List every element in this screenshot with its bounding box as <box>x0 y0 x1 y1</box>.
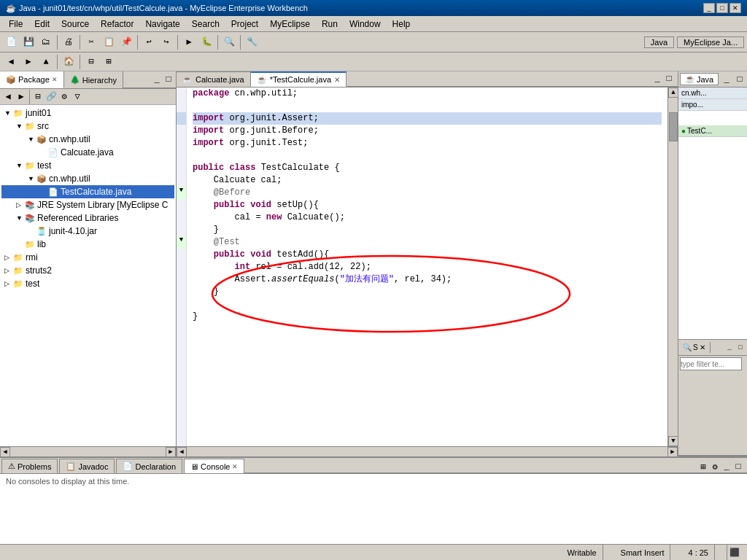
bottom-tabs: ⚠ Problems 📋 Javadoc 📄 Declaration 🖥 Con… <box>0 458 747 474</box>
up-button[interactable]: ▲ <box>38 54 54 70</box>
right-java-tab[interactable]: ☕ Java <box>680 73 719 85</box>
code-line: } <box>193 311 662 323</box>
menu-edit[interactable]: Edit <box>28 18 55 31</box>
package-tab-close[interactable]: ✕ <box>52 76 58 83</box>
outline-min[interactable]: _ <box>724 343 735 353</box>
tree-arrow: ▼ <box>28 175 36 182</box>
tree-item[interactable]: ▷📚JRE System Library [MyEclipse C <box>1 198 174 211</box>
menu-myeclipse[interactable]: MyEclipse <box>264 18 316 31</box>
undo-button[interactable]: ↩ <box>141 34 157 50</box>
tree-item[interactable]: ▼📁test <box>1 159 174 172</box>
tab-console[interactable]: 🖥 Console ✕ <box>184 459 244 473</box>
tree-item[interactable]: ▼📦cn.whp.util <box>1 133 174 146</box>
scroll-up[interactable]: ▲ <box>668 88 678 98</box>
scroll-right[interactable]: ▶ <box>166 447 176 457</box>
tree-item[interactable]: 📄TestCalculate.java <box>1 185 174 198</box>
tree-arrow: ▷ <box>4 280 13 287</box>
right-max[interactable]: □ <box>734 74 746 85</box>
editor-vscroll[interactable]: ▲ ▼ <box>667 88 678 446</box>
forward-button[interactable]: ▶ <box>20 54 36 70</box>
menu-file[interactable]: File <box>3 18 28 31</box>
editor-max[interactable]: □ <box>663 73 675 85</box>
panel-maximize[interactable]: □ <box>163 74 174 85</box>
close-button[interactable]: ✕ <box>729 3 741 13</box>
outline-max[interactable]: □ <box>735 343 746 353</box>
tab-close[interactable]: ✕ <box>334 76 340 84</box>
tree-item[interactable]: 📁lib <box>1 238 174 251</box>
tools-button[interactable]: 🔧 <box>244 34 260 50</box>
tab-javadoc[interactable]: 📋 Javadoc <box>59 459 115 473</box>
maximize-button[interactable]: □ <box>716 3 728 13</box>
menu-refactor[interactable]: Refactor <box>95 18 139 31</box>
minimize-button[interactable]: _ <box>703 3 715 13</box>
hscroll-right[interactable]: ▶ <box>667 447 678 457</box>
redo-button[interactable]: ↪ <box>158 34 174 50</box>
tree-arrow: ▼ <box>28 136 36 143</box>
tree-item[interactable]: ▼📁src <box>1 120 174 133</box>
editor-min[interactable]: _ <box>651 73 663 85</box>
tab-testcalcuate[interactable]: ☕ *TestCalcule.java ✕ <box>251 71 347 87</box>
myeclipse-perspective-button[interactable]: MyEclipse Ja... <box>677 36 744 48</box>
copy-button[interactable]: 📋 <box>101 34 117 50</box>
menu-source[interactable]: Source <box>55 18 95 31</box>
new-button[interactable]: 📄 <box>3 34 19 50</box>
panel-minimize[interactable]: _ <box>151 74 163 85</box>
java-perspective-button[interactable]: Java <box>644 36 674 48</box>
editor-hscroll[interactable]: ◀ ▶ <box>177 446 678 456</box>
bottom-max[interactable]: □ <box>732 461 744 472</box>
home-button[interactable]: 🏠 <box>61 54 77 70</box>
tab-hierarchy[interactable]: 🌲 Hierarchy <box>64 71 123 88</box>
right-min[interactable]: _ <box>721 74 732 85</box>
cut-button[interactable]: ✂ <box>83 34 99 50</box>
code-content[interactable]: package cn.whp.util; import org.junit.As… <box>187 88 667 446</box>
run-button[interactable]: ▶ <box>181 34 197 50</box>
bottom-new-console[interactable]: ⊞ <box>697 461 709 472</box>
tab-calcuate[interactable]: ☕ Calcuate.java <box>177 71 251 87</box>
tree-item[interactable]: 📄Calcuate.java <box>1 146 174 159</box>
menu-project[interactable]: Project <box>225 18 264 31</box>
tree-item[interactable]: ▼📦cn.whp.util <box>1 172 174 185</box>
nav-back[interactable]: ◀ <box>1 90 15 104</box>
menu-window[interactable]: Window <box>344 18 387 31</box>
tree-item[interactable]: 🫙junit-4.10.jar <box>1 225 174 238</box>
collapse-tree[interactable]: ⊟ <box>31 90 44 104</box>
tree-hscroll[interactable]: ◀ ▶ <box>0 446 176 456</box>
scroll-thumb[interactable] <box>669 112 678 141</box>
tree-settings[interactable]: ⚙ <box>58 90 71 104</box>
tab-declaration[interactable]: 📄 Declaration <box>116 459 182 473</box>
link-editor[interactable]: 🔗 <box>44 90 58 104</box>
tab-problems[interactable]: ⚠ Problems <box>1 459 58 473</box>
bottom-settings[interactable]: ⚙ <box>709 461 721 472</box>
scroll-down[interactable]: ▼ <box>668 436 678 446</box>
tree-item[interactable]: ▷📁rmi <box>1 251 174 264</box>
tree-item[interactable]: ▼📚Referenced Libraries <box>1 211 174 225</box>
menu-run[interactable]: Run <box>316 18 344 31</box>
menu-search[interactable]: Search <box>186 18 225 31</box>
save-all-button[interactable]: 🗂 <box>38 34 54 50</box>
code-editor[interactable]: ▼ ▼ package cn.whp.util; import org.juni… <box>177 88 678 446</box>
debug-button[interactable]: 🐛 <box>198 34 214 50</box>
scroll-left[interactable]: ◀ <box>0 447 10 457</box>
tree-item[interactable]: ▷📁test <box>1 277 174 290</box>
right-search-tab[interactable]: 🔍 S ✕ <box>678 342 711 353</box>
expand-all-button[interactable]: ⊞ <box>101 54 117 70</box>
paste-button[interactable]: 📌 <box>118 34 134 50</box>
tab-package[interactable]: 📦 Package ✕ <box>0 71 64 88</box>
search-button[interactable]: 🔍 <box>221 34 237 50</box>
tree-item[interactable]: ▷📁struts2 <box>1 264 174 277</box>
tree-item[interactable]: ▼📁junit01 <box>1 106 174 120</box>
save-button[interactable]: 💾 <box>20 34 36 50</box>
print-button[interactable]: 🖨 <box>61 34 77 50</box>
menu-help[interactable]: Help <box>387 18 417 31</box>
tree-menu[interactable]: ▽ <box>71 90 84 104</box>
outline-filter-input[interactable] <box>680 357 742 370</box>
status-bar: Writable Smart Insert 4 : 25 ⬛ <box>0 544 747 560</box>
project-tree[interactable]: ▼📁junit01▼📁src▼📦cn.whp.util 📄Calcuate.ja… <box>0 105 176 446</box>
hscroll-left[interactable]: ◀ <box>177 447 187 457</box>
back-button[interactable]: ◀ <box>3 54 19 70</box>
collapse-all-button[interactable]: ⊟ <box>83 54 99 70</box>
bottom-min[interactable]: _ <box>721 461 732 472</box>
nav-forward[interactable]: ▶ <box>15 90 28 104</box>
console-tab-close[interactable]: ✕ <box>232 463 238 470</box>
menu-navigate[interactable]: Navigate <box>139 18 185 31</box>
